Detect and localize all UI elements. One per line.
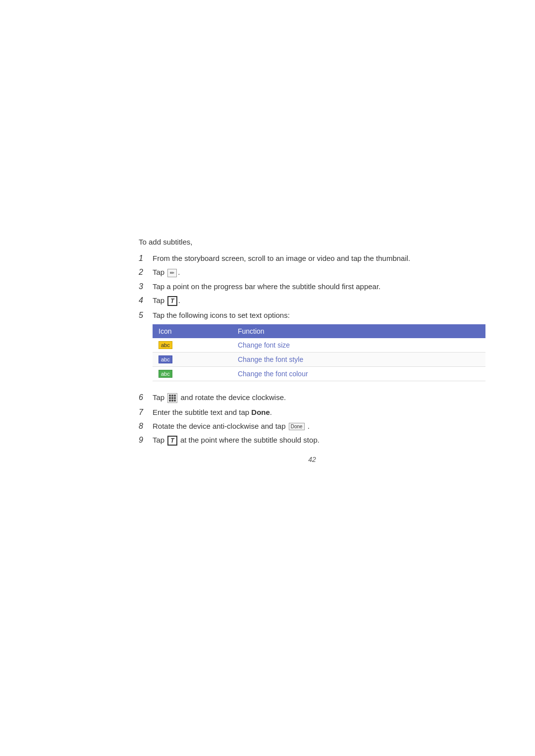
step-number-4: 4	[139, 296, 153, 305]
step-number-1: 1	[139, 254, 153, 263]
step-content-2: Tap ✏.	[153, 268, 485, 277]
step-content-1: From the storyboard screen, scroll to an…	[153, 254, 485, 262]
step-4: 4 Tap T.	[139, 296, 485, 306]
table-header-function: Function	[232, 324, 485, 338]
text-icon: T	[167, 296, 177, 306]
step-content-6: Tap and rotate the device clockwise.	[153, 393, 485, 403]
icon-function-table-container: Icon Function abc Change font size	[153, 324, 485, 381]
page-container: To add subtitles, 1 From the storyboard …	[139, 238, 485, 463]
step-9: 9 Tap T at the point where the subtitle …	[139, 436, 485, 446]
grid-icon	[167, 393, 177, 403]
step-3: 3 Tap a point on the progress bar where …	[139, 282, 485, 291]
intro-text: To add subtitles,	[139, 238, 485, 246]
pencil-icon: ✏	[167, 269, 177, 277]
table-row: abc Change the font style	[153, 352, 485, 366]
step-8: 8 Rotate the device anti-clockwise and t…	[139, 422, 485, 431]
step-number-3: 3	[139, 282, 153, 291]
done-icon: Done	[289, 423, 305, 430]
step-7: 7 Enter the subtitle text and tap Done.	[139, 408, 485, 417]
step-6: 6 Tap and rotate the device clockwise.	[139, 393, 485, 403]
step-2: 2 Tap ✏.	[139, 268, 485, 277]
table-cell-function-2: Change the font style	[232, 352, 485, 366]
step-number-8: 8	[139, 422, 153, 431]
step-number-7: 7	[139, 408, 153, 417]
table-header-icon: Icon	[153, 324, 232, 338]
step-5: 5 Tap the following icons to set text op…	[139, 311, 485, 388]
step-content-5: Tap the following icons to set text opti…	[153, 311, 485, 388]
table-cell-icon-3: abc	[153, 366, 232, 381]
table-cell-icon-2: abc	[153, 352, 232, 366]
table-cell-function-3: Change the font colour	[232, 366, 485, 381]
step-number-9: 9	[139, 436, 153, 445]
table-cell-function-1: Change font size	[232, 338, 485, 353]
table-cell-icon-1: abc	[153, 338, 232, 353]
function-table: Icon Function abc Change font size	[153, 324, 485, 381]
step-number-2: 2	[139, 268, 153, 277]
abc-blue-icon: abc	[159, 355, 172, 363]
step-content-3: Tap a point on the progress bar where th…	[153, 282, 485, 291]
text-icon-2: T	[167, 436, 177, 446]
table-row: abc Change the font colour	[153, 366, 485, 381]
steps-list: 1 From the storyboard screen, scroll to …	[139, 254, 485, 446]
step-content-9: Tap T at the point where the subtitle sh…	[153, 436, 485, 446]
done-bold-text: Done	[251, 408, 270, 416]
table-row: abc Change font size	[153, 338, 485, 353]
page-number: 42	[139, 455, 485, 463]
step-number-6: 6	[139, 393, 153, 402]
step-content-8: Rotate the device anti-clockwise and tap…	[153, 422, 485, 431]
step-content-4: Tap T.	[153, 296, 485, 306]
step-1: 1 From the storyboard screen, scroll to …	[139, 254, 485, 263]
abc-yellow-icon: abc	[159, 341, 172, 349]
step-content-7: Enter the subtitle text and tap Done.	[153, 408, 485, 416]
step-number-5: 5	[139, 311, 153, 320]
abc-green-icon: abc	[159, 370, 172, 378]
